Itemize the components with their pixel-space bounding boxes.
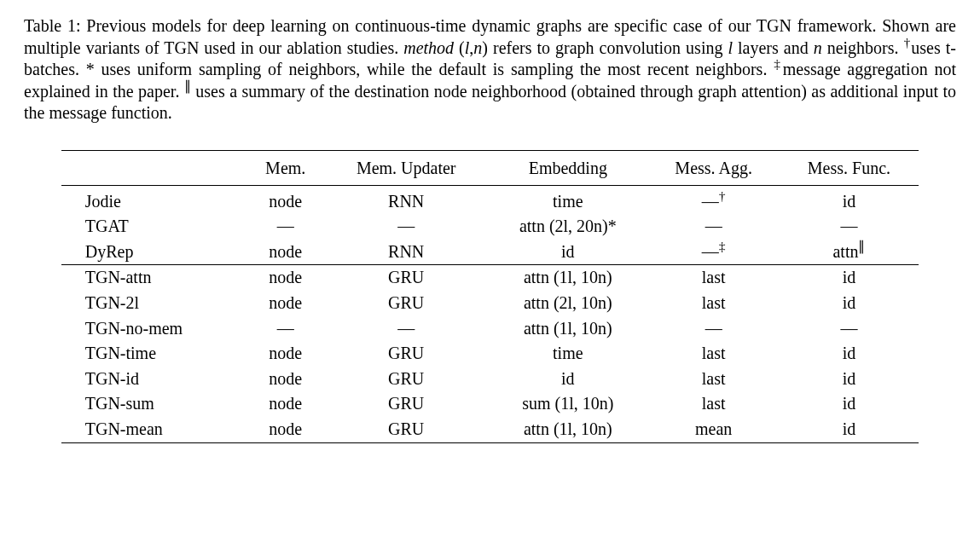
- parallel-icon: ∥: [858, 239, 865, 253]
- table-row: DyRepnodeRNNid—‡attn∥: [61, 240, 919, 265]
- table-row: TGAT——attn (2l, 20n)*——: [61, 214, 919, 240]
- cell-model: Jodie: [61, 185, 246, 214]
- double-dagger-icon: ‡: [719, 239, 726, 253]
- cell-func: id: [780, 185, 919, 214]
- cell-embedding: time: [488, 185, 648, 214]
- cell-model: TGN-id: [61, 367, 246, 392]
- cell-embedding: sum (1l, 10n): [488, 391, 648, 417]
- cell-embedding: time: [488, 341, 648, 367]
- dagger-icon: †: [904, 35, 912, 49]
- col-func: Mess. Func.: [780, 150, 919, 185]
- table-row: TGN-timenodeGRUtimelastid: [61, 341, 919, 367]
- cell-updater: RNN: [324, 240, 488, 265]
- cell-embedding: attn (2l, 10n): [488, 291, 648, 316]
- caption-n: n: [814, 38, 822, 57]
- cell-mem: —: [246, 316, 324, 342]
- cell-mem: node: [246, 417, 324, 442]
- cell-agg: —: [648, 316, 780, 342]
- cell-model: TGN-no-mem: [61, 316, 246, 342]
- cell-embedding: attn (1l, 10n): [488, 265, 648, 291]
- table-body: JodienodeRNNtime—†idTGAT——attn (2l, 20n)…: [61, 185, 919, 442]
- cell-func: id: [780, 391, 919, 417]
- cell-updater: GRU: [324, 341, 488, 367]
- cell-mem: node: [246, 391, 324, 417]
- cell-model: TGAT: [61, 214, 246, 240]
- col-embedding: Embedding: [488, 150, 648, 185]
- parallel-icon: ∥: [184, 78, 191, 93]
- caption-method: method: [403, 38, 454, 57]
- cell-agg: mean: [648, 417, 780, 442]
- cell-model: TGN-attn: [61, 265, 246, 291]
- table-row: TGN-no-mem——attn (1l, 10n)——: [61, 316, 919, 342]
- col-model: [61, 150, 246, 185]
- cell-embedding: attn (1l, 10n): [488, 316, 648, 342]
- cell-model: DyRep: [61, 240, 246, 265]
- cell-mem: node: [246, 265, 324, 291]
- cell-updater: —: [324, 214, 488, 240]
- table-row: JodienodeRNNtime—†id: [61, 185, 919, 214]
- cell-mem: node: [246, 240, 324, 265]
- cell-updater: GRU: [324, 391, 488, 417]
- cell-updater: GRU: [324, 417, 488, 442]
- cell-mem: node: [246, 367, 324, 392]
- table-row: TGN-attnnodeGRUattn (1l, 10n)lastid: [61, 265, 919, 291]
- cell-mem: —: [246, 214, 324, 240]
- cell-mem: node: [246, 291, 324, 316]
- cell-func: attn∥: [780, 240, 919, 265]
- cell-agg: last: [648, 341, 780, 367]
- cell-agg: last: [648, 291, 780, 316]
- cell-updater: GRU: [324, 265, 488, 291]
- col-agg: Mess. Agg.: [648, 150, 780, 185]
- caption-text: (: [454, 38, 465, 57]
- cell-embedding: id: [488, 240, 648, 265]
- cell-model: TGN-sum: [61, 391, 246, 417]
- cell-updater: GRU: [324, 291, 488, 316]
- cell-agg: —†: [648, 185, 780, 214]
- cell-embedding: attn (2l, 20n)*: [488, 214, 648, 240]
- caption-text: ) refers to graph convolution using: [482, 38, 728, 57]
- cell-func: id: [780, 291, 919, 316]
- dagger-icon: †: [719, 188, 726, 203]
- table-row: TGN-sumnodeGRUsum (1l, 10n)lastid: [61, 391, 919, 417]
- table-wrapper: Mem. Mem. Updater Embedding Mess. Agg. M…: [24, 150, 956, 443]
- cell-model: TGN-time: [61, 341, 246, 367]
- col-updater: Mem. Updater: [324, 150, 488, 185]
- cell-model: TGN-mean: [61, 417, 246, 442]
- cell-func: id: [780, 367, 919, 392]
- caption-text: uses uniform sampling of neighbors, whil…: [95, 60, 774, 78]
- caption-text: neighbors.: [822, 38, 904, 57]
- cell-agg: last: [648, 367, 780, 392]
- tgn-variants-table: Mem. Mem. Updater Embedding Mess. Agg. M…: [61, 150, 919, 443]
- cell-func: —: [780, 214, 919, 240]
- double-dagger-icon: ‡: [774, 57, 783, 72]
- cell-updater: —: [324, 316, 488, 342]
- cell-agg: —: [648, 214, 780, 240]
- caption-text: layers and: [733, 38, 814, 57]
- cell-agg: last: [648, 265, 780, 291]
- cell-mem: node: [246, 185, 324, 214]
- cell-updater: RNN: [324, 185, 488, 214]
- cell-agg: last: [648, 391, 780, 417]
- cell-mem: node: [246, 341, 324, 367]
- table-row: TGN-2lnodeGRUattn (2l, 10n)lastid: [61, 291, 919, 316]
- cell-func: —: [780, 316, 919, 342]
- table-row: TGN-meannodeGRUattn (1l, 10n)meanid: [61, 417, 919, 442]
- cell-updater: GRU: [324, 367, 488, 392]
- table-caption: Table 1: Previous models for deep learni…: [24, 15, 956, 124]
- cell-func: id: [780, 417, 919, 442]
- cell-func: id: [780, 265, 919, 291]
- cell-agg: —‡: [648, 240, 780, 265]
- cell-embedding: attn (1l, 10n): [488, 417, 648, 442]
- caption-n: n: [473, 38, 482, 57]
- col-mem: Mem.: [246, 150, 324, 185]
- cell-model: TGN-2l: [61, 291, 246, 316]
- cell-embedding: id: [488, 367, 648, 392]
- cell-func: id: [780, 341, 919, 367]
- table-row: TGN-idnodeGRUidlastid: [61, 367, 919, 392]
